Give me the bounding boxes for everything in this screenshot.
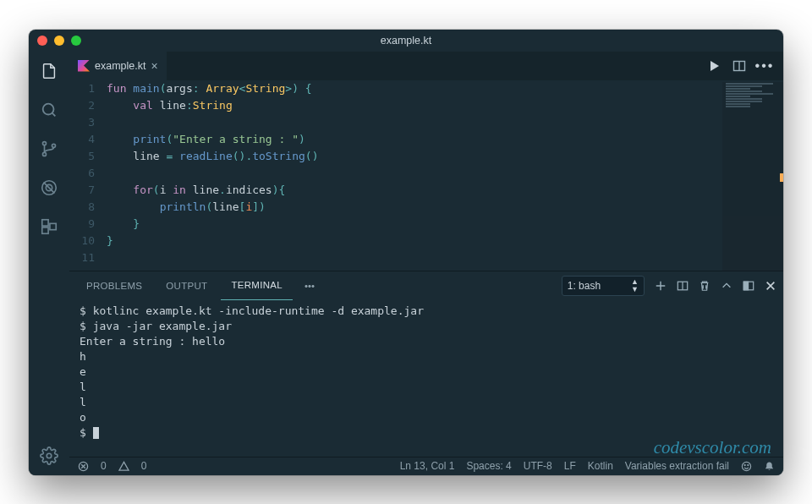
line-number-gutter: 1234567891011 xyxy=(69,80,107,271)
window-title: example.kt xyxy=(29,35,783,47)
panel-tab-output[interactable]: OUTPUT xyxy=(156,271,217,300)
stepper-icon: ▲▼ xyxy=(631,278,639,293)
status-extension[interactable]: Variables extraction fail xyxy=(625,460,729,472)
split-terminal-icon[interactable] xyxy=(677,280,689,292)
panel-more-icon[interactable]: ••• xyxy=(296,281,323,291)
activity-bar xyxy=(29,52,69,475)
split-editor-icon[interactable] xyxy=(732,59,746,73)
maximize-panel-icon[interactable] xyxy=(721,280,732,292)
panel-tab-terminal[interactable]: TERMINAL xyxy=(221,271,293,300)
kill-terminal-icon[interactable] xyxy=(699,280,710,292)
explorer-icon[interactable] xyxy=(38,60,60,82)
terminal[interactable]: $ kotlinc example.kt -include-runtime -d… xyxy=(69,300,783,457)
status-errors[interactable]: 0 xyxy=(101,460,107,472)
toggle-panel-icon[interactable] xyxy=(743,280,754,292)
settings-gear-icon[interactable] xyxy=(38,445,60,467)
svg-rect-6 xyxy=(42,227,48,233)
new-terminal-icon[interactable] xyxy=(655,280,667,292)
svg-point-3 xyxy=(52,144,55,147)
svg-point-16 xyxy=(742,462,750,470)
warning-icon[interactable] xyxy=(118,461,129,472)
editor-window: example.kt xyxy=(29,30,783,475)
svg-point-18 xyxy=(748,464,749,465)
code-area[interactable]: fun main(args: Array<String>) { val line… xyxy=(107,80,783,271)
overview-ruler-mark xyxy=(780,173,783,182)
source-control-icon[interactable] xyxy=(38,138,60,160)
bottom-panel: PROBLEMS OUTPUT TERMINAL ••• 1: bash ▲▼ xyxy=(69,271,783,457)
status-eol[interactable]: LF xyxy=(564,460,576,472)
terminal-picker[interactable]: 1: bash ▲▼ xyxy=(562,276,645,296)
svg-point-2 xyxy=(42,152,46,156)
status-indentation[interactable]: Spaces: 4 xyxy=(466,460,511,472)
code-editor[interactable]: 1234567891011 fun main(args: Array<Strin… xyxy=(69,80,783,271)
status-encoding[interactable]: UTF-8 xyxy=(524,460,552,472)
editor-tabbar: example.kt × ••• xyxy=(69,52,783,80)
feedback-smiley-icon[interactable] xyxy=(741,461,752,472)
svg-rect-5 xyxy=(42,219,48,225)
search-icon[interactable] xyxy=(38,99,60,121)
watermark: codevscolor.com xyxy=(654,440,771,455)
tab-close-icon[interactable]: × xyxy=(151,60,157,72)
status-bar: 0 0 Ln 13, Col 1 Spaces: 4 UTF-8 LF Kotl… xyxy=(69,457,783,475)
tab-example-kt[interactable]: example.kt × xyxy=(69,52,167,80)
titlebar: example.kt xyxy=(29,30,783,52)
svg-point-17 xyxy=(744,464,745,465)
notifications-bell-icon[interactable] xyxy=(764,461,775,472)
svg-rect-14 xyxy=(743,282,748,290)
extensions-icon[interactable] xyxy=(38,216,60,238)
kotlin-file-icon xyxy=(78,60,90,72)
minimap[interactable] xyxy=(722,82,783,271)
status-warnings[interactable]: 0 xyxy=(141,460,147,472)
status-cursor-position[interactable]: Ln 13, Col 1 xyxy=(400,460,455,472)
svg-point-8 xyxy=(47,453,52,458)
debug-icon[interactable] xyxy=(38,177,60,199)
svg-point-1 xyxy=(42,141,46,145)
tab-label: example.kt xyxy=(95,60,145,72)
close-panel-icon[interactable] xyxy=(765,280,776,292)
svg-point-0 xyxy=(43,103,54,114)
more-actions-icon[interactable]: ••• xyxy=(758,59,771,73)
terminal-picker-label: 1: bash xyxy=(568,280,601,292)
run-icon[interactable] xyxy=(707,59,721,73)
panel-tab-problems[interactable]: PROBLEMS xyxy=(76,271,152,300)
status-language[interactable]: Kotlin xyxy=(588,460,613,472)
svg-rect-7 xyxy=(50,223,56,229)
error-icon[interactable] xyxy=(78,461,89,472)
